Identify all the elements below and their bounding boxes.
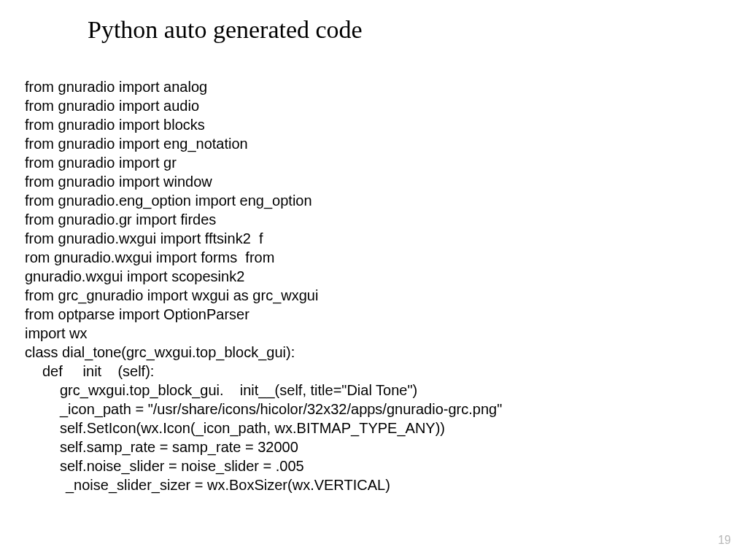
code-line: from gnuradio import blocks (25, 115, 718, 134)
code-line: def init (self): (25, 362, 718, 381)
code-line: gnuradio.wxgui import scopesink2 (25, 267, 718, 286)
code-line: from gnuradio.eng_option import eng_opti… (25, 191, 718, 210)
code-line: from optparse import OptionParser (25, 305, 718, 324)
slide: Python auto generated code from gnuradio… (0, 0, 747, 560)
code-line: from gnuradio import analog (25, 77, 718, 96)
code-line: grc_wxgui.top_block_gui. init__(self, ti… (25, 381, 718, 400)
code-block: from gnuradio import analog from gnuradi… (25, 77, 718, 494)
code-line: from gnuradio import gr (25, 153, 718, 172)
code-line: class dial_tone(grc_wxgui.top_block_gui)… (25, 343, 718, 362)
code-line: from gnuradio.gr import firdes (25, 210, 718, 229)
code-line: self.SetIcon(wx.Icon(_icon_path, wx.BITM… (25, 419, 718, 438)
code-line: self.samp_rate = samp_rate = 32000 (25, 438, 718, 456)
code-line: from gnuradio import window (25, 172, 718, 191)
code-line: _noise_slider_sizer = wx.BoxSizer(wx.VER… (25, 475, 718, 494)
slide-title: Python auto generated code (88, 16, 363, 44)
code-line: from grc_gnuradio import wxgui as grc_wx… (25, 286, 718, 305)
code-line: from gnuradio.wxgui import fftsink2 f (25, 229, 718, 248)
code-line: from gnuradio import audio (25, 96, 718, 115)
code-line: _icon_path = "/usr/share/icons/hicolor/3… (25, 400, 718, 419)
page-number: 19 (718, 534, 731, 547)
code-line: import wx (25, 324, 718, 343)
code-line: from gnuradio import eng_notation (25, 134, 718, 153)
code-line: self.noise_slider = noise_slider = .005 (25, 456, 718, 475)
code-line: rom gnuradio.wxgui import forms from (25, 248, 718, 267)
